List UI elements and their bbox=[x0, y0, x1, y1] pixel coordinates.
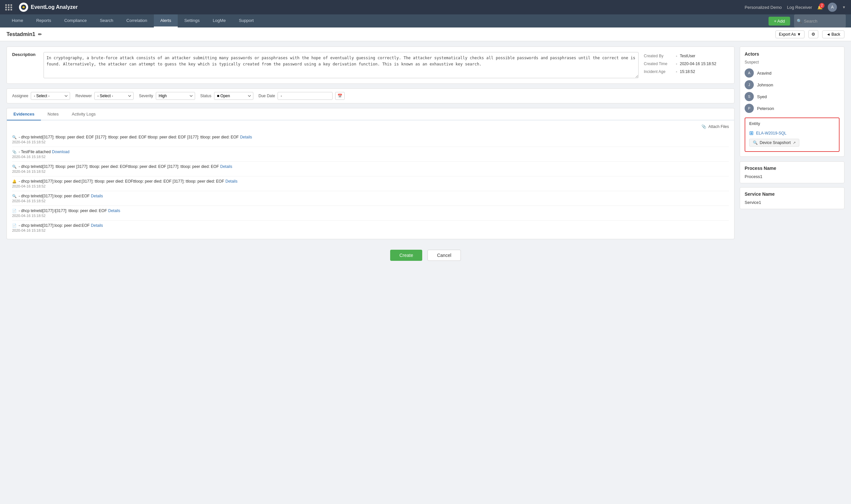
tabs: Evidences Notes Activity Logs bbox=[6, 108, 735, 121]
actor-name: Johnson bbox=[757, 83, 773, 87]
top-bar: EventLog Analyzer Personalized Demo Log … bbox=[0, 0, 851, 14]
meta-created-by-label: Created By bbox=[644, 52, 673, 60]
reviewer-field: Reviewer - Select - bbox=[75, 92, 133, 100]
evidence-timestamp: 2020-04-16 15:18:52 bbox=[12, 169, 729, 174]
main-content: Description In cryptography, a brute-for… bbox=[0, 41, 851, 245]
apps-icon[interactable] bbox=[5, 4, 13, 11]
description-textarea[interactable]: In cryptography, a brute-force attack co… bbox=[43, 52, 638, 78]
log-receiver-label[interactable]: Log Receiver bbox=[787, 5, 812, 10]
bottom-actions: Create Cancel bbox=[0, 245, 851, 266]
reviewer-select[interactable]: - Select - bbox=[94, 92, 133, 100]
entity-section-title: Entity bbox=[749, 122, 835, 126]
details-link[interactable]: Details bbox=[220, 164, 232, 169]
cancel-button[interactable]: Cancel bbox=[428, 250, 461, 261]
evidence-item: 🔍 - dhcp telnetd[3177]: ttloop: peer [31… bbox=[12, 162, 729, 176]
evidence-item: 📄 - dhcp telnetd[3177]:loop: peer died:E… bbox=[12, 220, 729, 235]
avatar-chevron[interactable]: ▼ bbox=[842, 5, 846, 9]
severity-select[interactable]: High bbox=[156, 92, 195, 100]
bell-icon: 🔔 bbox=[12, 179, 17, 184]
create-button[interactable]: Create bbox=[390, 250, 422, 261]
notification-bell[interactable]: 🔔 2 bbox=[817, 5, 822, 10]
evidence-line: 🔍 - dhcp telnetd[3177]: ttloop: peer [31… bbox=[12, 164, 729, 169]
meta-dash-2: - bbox=[676, 60, 677, 68]
details-link[interactable]: Details bbox=[225, 179, 238, 184]
nav-settings[interactable]: Settings bbox=[178, 14, 206, 28]
meta-incident-age-label: Incident Age bbox=[644, 68, 673, 76]
actor-aravind: A Aravind bbox=[745, 67, 839, 79]
details-link[interactable]: Details bbox=[240, 135, 252, 140]
evidence-text: - dhcp telnetd[3177]: ttloop: peer [3177… bbox=[19, 164, 219, 169]
nav-search[interactable]: Search bbox=[93, 14, 120, 28]
evidence-text: - dhcp telnetd[3177]:loop: peer died:EOF bbox=[19, 194, 90, 198]
back-button[interactable]: ◄ Back bbox=[822, 31, 845, 38]
tab-evidences[interactable]: Evidences bbox=[7, 108, 41, 121]
calendar-button[interactable]: 📅 bbox=[335, 92, 345, 100]
settings-icon-button[interactable]: ⚙ bbox=[809, 30, 818, 38]
attach-label: Attach Files bbox=[708, 124, 729, 129]
evidence-timestamp: 2020-04-16 15:18:52 bbox=[12, 155, 729, 159]
edit-icon[interactable]: ✏ bbox=[38, 32, 42, 37]
actors-card: Actors Suspect A Aravind J Johnson S Sye… bbox=[740, 47, 845, 157]
evidence-timestamp: 2020-04-16 15:18:52 bbox=[12, 229, 729, 232]
actor-avatar: P bbox=[745, 104, 754, 113]
meta-info: Created By - TestUser Created Time - 202… bbox=[644, 52, 729, 78]
assignee-select[interactable]: - Select - bbox=[31, 92, 70, 100]
status-select[interactable]: ■ Open bbox=[214, 92, 253, 100]
device-snapshot-button[interactable]: 🔍 Device Snapshort ↗ bbox=[749, 139, 799, 147]
nav-alerts[interactable]: Alerts bbox=[154, 14, 178, 28]
avatar[interactable]: A bbox=[828, 3, 837, 12]
actor-syed: S Syed bbox=[745, 91, 839, 103]
search-icon: 🔍 bbox=[12, 194, 17, 198]
evidence-item: 📎 - TestFile attached Download 2020-04-1… bbox=[12, 147, 729, 162]
nav-support[interactable]: Support bbox=[232, 14, 260, 28]
export-as-button[interactable]: Export As ▼ bbox=[775, 31, 804, 38]
nav-correlation[interactable]: Correlation bbox=[120, 14, 154, 28]
status-label: Status bbox=[200, 94, 212, 98]
actor-name: Aravind bbox=[757, 71, 772, 76]
file-icon: 📄 bbox=[12, 223, 17, 228]
details-link[interactable]: Details bbox=[108, 209, 121, 213]
due-date-label: Due Date bbox=[258, 94, 275, 98]
nav-logme[interactable]: LogMe bbox=[206, 14, 232, 28]
evidence-panel: 📎 Attach Files 🔍 - dhcp telnetd[3177]: t… bbox=[6, 121, 735, 239]
cursor-icon: ↗ bbox=[793, 141, 796, 145]
actor-avatar: S bbox=[745, 92, 754, 101]
download-link[interactable]: Download bbox=[52, 149, 69, 154]
actor-johnson: J Johnson bbox=[745, 79, 839, 91]
severity-label: Severity bbox=[139, 94, 153, 98]
attach-files-button[interactable]: 📎 Attach Files bbox=[12, 124, 729, 129]
meta-created-time-label: Created Time bbox=[644, 60, 673, 68]
evidence-timestamp: 2020-04-16 15:18:52 bbox=[12, 214, 729, 218]
device-snapshot-label: Device Snapshort bbox=[760, 140, 791, 145]
meta-created-time-value: 2020-04-16 15:18:52 bbox=[680, 60, 716, 68]
reviewer-label: Reviewer bbox=[75, 94, 92, 98]
process-value: Process1 bbox=[745, 174, 839, 179]
nav-reports[interactable]: Reports bbox=[30, 14, 58, 28]
nav-search-input[interactable] bbox=[804, 19, 843, 23]
page-title: Testadmin1 bbox=[6, 32, 35, 37]
entity-link-ela[interactable]: ELA-W2019-SQL bbox=[756, 131, 786, 136]
page-header-right: Export As ▼ ⚙ ◄ Back bbox=[775, 30, 845, 38]
top-bar-right: Personalized Demo Log Receiver 🔔 2 A ▼ bbox=[745, 3, 846, 12]
nav-compliance[interactable]: Compliance bbox=[58, 14, 93, 28]
left-panel: Description In cryptography, a brute-for… bbox=[6, 47, 735, 239]
evidence-line: 🔔 - dhcp telnetd[3177]:loop: peer died:[… bbox=[12, 179, 729, 184]
tab-notes[interactable]: Notes bbox=[41, 108, 65, 121]
details-link[interactable]: Details bbox=[91, 194, 103, 198]
meta-dash-3: - bbox=[676, 68, 677, 76]
top-bar-left: EventLog Analyzer bbox=[5, 3, 77, 12]
nav-home[interactable]: Home bbox=[5, 14, 30, 28]
file-icon: 📄 bbox=[12, 209, 17, 213]
evidence-line: 📎 - TestFile attached Download bbox=[12, 149, 729, 154]
meta-dash-1: - bbox=[676, 52, 677, 60]
actor-name: Peterson bbox=[757, 106, 774, 111]
entity-device-snapshot: 🔍 Device Snapshort ↗ bbox=[749, 138, 835, 148]
right-panel: Actors Suspect A Aravind J Johnson S Sye… bbox=[740, 47, 845, 239]
evidence-line: 🔍 - dhcp telnetd[3177]: ttloop: peer die… bbox=[12, 135, 729, 140]
service-section-title: Service Name bbox=[745, 192, 839, 197]
details-link[interactable]: Details bbox=[91, 223, 103, 228]
due-date-input[interactable] bbox=[277, 92, 332, 100]
meta-created-by-value: TestUser bbox=[680, 52, 695, 60]
add-button[interactable]: + Add bbox=[768, 17, 790, 25]
tab-activity-logs[interactable]: Activity Logs bbox=[65, 108, 102, 121]
